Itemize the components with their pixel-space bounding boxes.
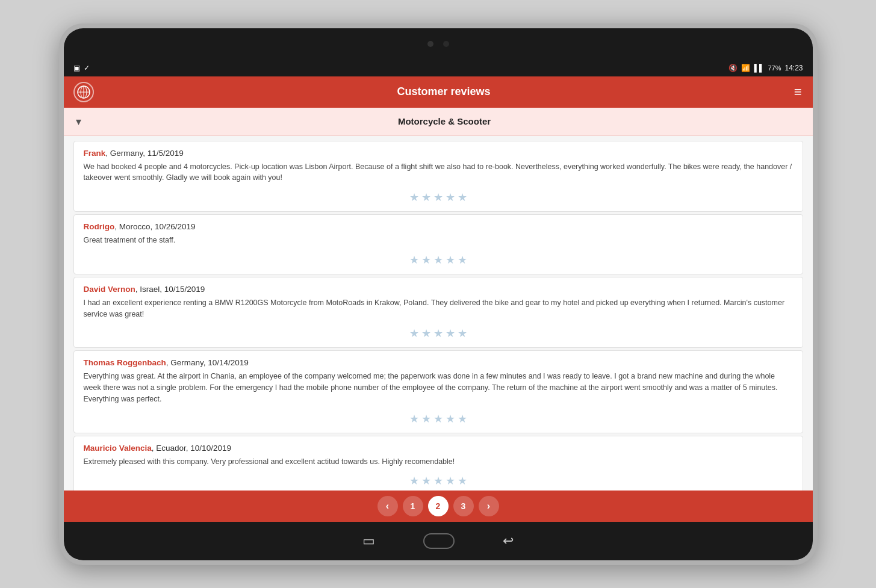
star-4[interactable]: ★ [446, 412, 455, 426]
stars-row[interactable]: ★★★★★ [84, 188, 793, 206]
review-card: Frank, Germany, 11/5/2019We had booked 4… [73, 141, 803, 212]
status-right: 🔇 📶 ▌▌ 77% 14:23 [728, 64, 803, 72]
wifi-icon: 📶 [741, 64, 750, 72]
reviews-list: Frank, Germany, 11/5/2019We had booked 4… [64, 136, 813, 491]
star-2[interactable]: ★ [421, 327, 431, 340]
page-3-button[interactable]: 3 [453, 496, 474, 516]
mute-icon: 🔇 [728, 64, 738, 72]
review-text: Great treatment of the staff. [84, 235, 793, 246]
review-card: Mauricio Valencia, Ecuador, 10/10/2019Ex… [73, 436, 803, 491]
page-1-button[interactable]: 1 [403, 496, 423, 516]
category-bar: ▾ Motorcycle & Scooter [64, 108, 813, 136]
prev-page-button[interactable]: ‹ [377, 496, 398, 516]
time: 14:23 [784, 64, 803, 72]
category-title: Motorcycle & Scooter [89, 116, 801, 126]
battery-percent: 77% [768, 64, 781, 72]
home-button[interactable] [423, 533, 455, 549]
review-name: David Vernon [84, 285, 135, 294]
review-text: Extremely pleased with this company. Ver… [84, 456, 793, 468]
star-3[interactable]: ★ [433, 327, 443, 340]
review-text: Everything was great. At the airport in … [84, 371, 793, 404]
star-1[interactable]: ★ [409, 191, 419, 204]
check-icon: ✓ [84, 64, 90, 72]
app-screen: Customer reviews ≡ ▾ Motorcycle & Scoote… [64, 76, 813, 522]
star-5[interactable]: ★ [458, 474, 467, 487]
app-header: Customer reviews ≡ [64, 76, 813, 108]
stars-row[interactable]: ★★★★★ [84, 324, 793, 342]
app-logo[interactable] [73, 82, 94, 102]
header-title: Customer reviews [397, 85, 491, 98]
camera-dot-left [427, 41, 433, 47]
stars-row[interactable]: ★★★★★ [84, 251, 793, 269]
review-header: Thomas Roggenbach, Germany, 10/14/2019 [84, 358, 793, 367]
star-2[interactable]: ★ [421, 191, 431, 204]
stars-row[interactable]: ★★★★★ [84, 410, 793, 428]
bottom-bezel: ▭ ↩ [64, 522, 813, 560]
recent-apps-button[interactable]: ▭ [362, 533, 375, 549]
pagination-bar: ‹ 1 2 3 › [64, 491, 813, 522]
status-left: ▣ ✓ [73, 64, 90, 72]
review-name: Thomas Roggenbach [84, 358, 166, 367]
star-2[interactable]: ★ [421, 412, 431, 426]
star-4[interactable]: ★ [446, 474, 455, 487]
review-header: Frank, Germany, 11/5/2019 [84, 149, 793, 158]
review-name: Frank [84, 149, 106, 158]
star-3[interactable]: ★ [433, 474, 443, 487]
review-text: We had booked 4 people and 4 motorcycles… [84, 161, 793, 184]
star-4[interactable]: ★ [446, 327, 455, 340]
menu-button[interactable]: ≡ [794, 84, 803, 100]
star-1[interactable]: ★ [409, 327, 419, 340]
review-card: Rodrigo, Morocco, 10/26/2019Great treatm… [73, 214, 803, 274]
star-5[interactable]: ★ [458, 327, 467, 340]
star-3[interactable]: ★ [433, 412, 443, 426]
star-4[interactable]: ★ [446, 253, 455, 267]
star-2[interactable]: ★ [421, 253, 431, 267]
star-4[interactable]: ★ [446, 191, 455, 204]
review-text: I had an excellent experience renting a … [84, 297, 793, 320]
status-bar: ▣ ✓ 🔇 📶 ▌▌ 77% 14:23 [64, 60, 813, 76]
next-page-button[interactable]: › [479, 496, 499, 516]
review-location-date: , Israel, 10/15/2019 [135, 285, 205, 294]
review-card: David Vernon, Israel, 10/15/2019I had an… [73, 277, 803, 348]
star-2[interactable]: ★ [421, 474, 431, 487]
review-name: Mauricio Valencia [84, 444, 152, 453]
review-header: Rodrigo, Morocco, 10/26/2019 [84, 222, 793, 231]
page-2-button[interactable]: 2 [428, 496, 449, 516]
review-card: Thomas Roggenbach, Germany, 10/14/2019Ev… [73, 350, 803, 433]
star-1[interactable]: ★ [409, 474, 419, 487]
review-location-date: , Ecuador, 10/10/2019 [152, 444, 231, 453]
star-3[interactable]: ★ [433, 253, 443, 267]
top-bezel [64, 28, 813, 60]
review-name: Rodrigo [84, 222, 115, 231]
review-location-date: , Germany, 11/5/2019 [105, 149, 184, 158]
battery: 77% [768, 64, 781, 72]
star-1[interactable]: ★ [409, 412, 419, 426]
camera-dot-right [443, 41, 449, 47]
star-3[interactable]: ★ [433, 191, 443, 204]
review-location-date: , Germany, 10/14/2019 [166, 358, 249, 367]
collapse-button[interactable]: ▾ [76, 115, 81, 128]
star-1[interactable]: ★ [409, 253, 419, 267]
review-header: David Vernon, Israel, 10/15/2019 [84, 285, 793, 294]
star-5[interactable]: ★ [458, 412, 467, 426]
back-button[interactable]: ↩ [503, 533, 514, 549]
review-header: Mauricio Valencia, Ecuador, 10/10/2019 [84, 444, 793, 453]
stars-row[interactable]: ★★★★★ [84, 472, 793, 490]
star-5[interactable]: ★ [458, 191, 467, 204]
signal-icon: ▌▌ [754, 64, 764, 72]
tablet-shell: ▣ ✓ 🔇 📶 ▌▌ 77% 14:23 Custome [59, 23, 818, 565]
screenshot-icon: ▣ [73, 64, 80, 72]
star-5[interactable]: ★ [458, 253, 467, 267]
review-location-date: , Morocco, 10/26/2019 [114, 222, 195, 231]
